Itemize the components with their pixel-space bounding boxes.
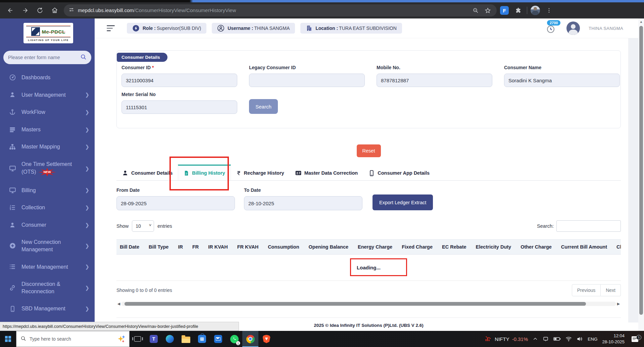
tab-consumer-details[interactable]: Consumer Details [116,165,178,180]
scroll-right-icon[interactable]: ▶ [616,302,621,306]
sidebar-item-workflow[interactable]: WorkFlow ❯ [0,103,95,121]
taskbar-app-teams[interactable]: T [146,331,162,347]
form-search-input[interactable] [8,55,78,60]
download-extension-icon[interactable]: F [500,6,509,15]
sidebar-item-masters[interactable]: Masters ❯ [0,121,95,138]
site-info-icon[interactable] [68,7,75,14]
wifi-icon[interactable] [565,336,572,342]
tray-chevron-up-icon[interactable] [533,336,538,342]
username-value: THINA SANGMA [254,26,290,31]
stock-widget[interactable]: NIFTY -0.31% [485,335,528,343]
clock-widget[interactable]: 12:04 28-10-2025 [602,333,625,345]
horizontal-scrollbar[interactable]: ◀ ▶ [116,301,621,307]
reset-button[interactable]: Reset [357,144,381,157]
location-value: TURA EAST SUBDIVISION [339,26,397,31]
column-header-opening-balance[interactable]: Opening Balance [309,244,348,250]
hscroll-track[interactable] [121,302,616,306]
task-view-button[interactable] [130,331,146,347]
sidebar-item-dashboards[interactable]: Dashboards ❯ [0,69,95,86]
reload-icon[interactable] [34,5,46,16]
consumer-id-input[interactable] [121,74,237,87]
sidebar-item-master-mapping[interactable]: Master Mapping ❯ [0,138,95,156]
bookmark-star-icon[interactable] [483,6,492,15]
meet-now-icon[interactable] [543,336,549,342]
hscroll-thumb[interactable] [125,302,586,306]
sidebar-item-billing[interactable]: Billing ❯ [0,182,95,199]
consumer-name-input[interactable] [504,74,620,87]
form-search-box[interactable] [3,51,91,64]
language-indicator[interactable]: ENG [588,337,597,342]
search-button[interactable]: Search [249,99,278,114]
page-size-select[interactable]: 10 [132,220,154,232]
legacy-id-input[interactable] [249,74,365,87]
tab-consumer-app-details[interactable]: Consumer App Details [363,165,435,180]
loading-text: Loading... [357,265,381,270]
column-header-closing[interactable]: Closing [616,244,621,250]
column-header-fr-kvah[interactable]: FR KVAH [237,244,258,250]
home-icon[interactable] [49,5,60,16]
mobile-input[interactable] [377,74,492,87]
notifications-clock[interactable]: 2700 [546,21,558,35]
column-header-other-charge[interactable]: Other Charge [521,244,552,250]
browser-vertical-scrollbar[interactable]: ▲ [638,18,644,331]
browser-menu-icon[interactable] [543,5,555,16]
taskbar-time: 12:04 [602,333,625,339]
sidebar-item-sbd-management[interactable]: SBD Management ❯ [0,300,95,317]
to-date-input[interactable] [244,196,362,210]
taskbar-app-explorer[interactable] [178,331,194,347]
hamburger-menu-icon[interactable] [107,25,115,31]
new-badge: NEW [38,168,56,177]
task-view-icon [134,336,141,342]
action-center-button[interactable]: 1 [629,336,641,342]
previous-page-button[interactable]: Previous [572,284,601,296]
scroll-left-icon[interactable]: ◀ [116,302,121,306]
column-header-consumption[interactable]: Consumption [268,244,299,250]
taskbar-search-box[interactable]: Type here to search [16,331,130,347]
taskbar-app-mail[interactable] [210,331,226,347]
zoom-icon[interactable] [471,6,480,15]
profile-avatar[interactable] [566,21,580,35]
tab-master-data-correction[interactable]: Master Data Correction [290,165,363,180]
column-header-ec-rebate[interactable]: EC Rebate [442,244,466,250]
taskbar-app-chrome[interactable] [242,331,258,347]
column-header-fr[interactable]: FR [192,244,199,250]
column-header-current-bill-amount[interactable]: Current Bill Amount [561,244,607,250]
next-page-button[interactable]: Next [601,284,621,296]
column-header-fixed-charge[interactable]: Fixed Charge [402,244,433,250]
taskbar-app-brave[interactable] [258,331,275,347]
sidebar-item-consumer[interactable]: Consumer ❯ [0,216,95,234]
volume-icon[interactable] [577,336,583,342]
column-header-electricity-duty[interactable]: Electricity Duty [476,244,511,250]
sidebar-item-user-management[interactable]: User Management ❯ [0,86,95,104]
tab-billing-history[interactable]: Billing History [178,165,231,180]
column-header-energy-charge[interactable]: Energy Charge [358,244,392,250]
back-icon[interactable] [5,5,16,16]
sidebar-item-collection[interactable]: Collection ❯ [0,199,95,216]
start-button[interactable] [0,331,16,347]
sidebar-item-one-time-settlement-ots[interactable]: One Time Settlement (OTS)NEW ❯ [0,156,95,182]
forward-icon[interactable] [19,5,31,16]
extensions-puzzle-icon[interactable] [512,5,524,16]
browser-profile-avatar[interactable] [531,6,540,15]
sidebar-item-new-connection-management[interactable]: New Connection Management ❯ [0,233,95,258]
vscroll-thumb[interactable] [639,26,643,315]
taskbar-app-whatsapp[interactable]: 1 [226,331,242,347]
taskbar-app-edge[interactable] [162,331,178,347]
sidebar-item-disconnection-reconnection[interactable]: Disconnection & Reconnection ❯ [0,275,95,300]
tab-recharge-history[interactable]: Recharge History [231,165,290,180]
column-header-bill-type[interactable]: Bill Type [149,244,168,250]
from-date-input[interactable] [116,196,235,210]
search-icon[interactable] [80,54,87,61]
export-ledger-button[interactable]: Export Ledger Extract [373,194,433,210]
column-header-ir[interactable]: IR [178,244,183,250]
url-bar[interactable]: mepdcl.ubs.ieasybill.com/ConsumerHistory… [64,4,497,16]
meter-serial-input[interactable] [121,100,237,114]
table-search-input[interactable] [556,220,621,232]
sidebar-item-meter-management[interactable]: Meter Management ❯ [0,258,95,276]
scroll-up-icon[interactable]: ▲ [638,18,644,24]
column-header-ir-kvah[interactable]: IR KVAH [208,244,228,250]
battery-icon[interactable] [553,336,561,342]
column-header-bill-date[interactable]: Bill Date [120,244,139,250]
taskbar-app-store[interactable]: ⊞ [194,331,210,347]
search-highlights-icon[interactable] [118,335,125,343]
